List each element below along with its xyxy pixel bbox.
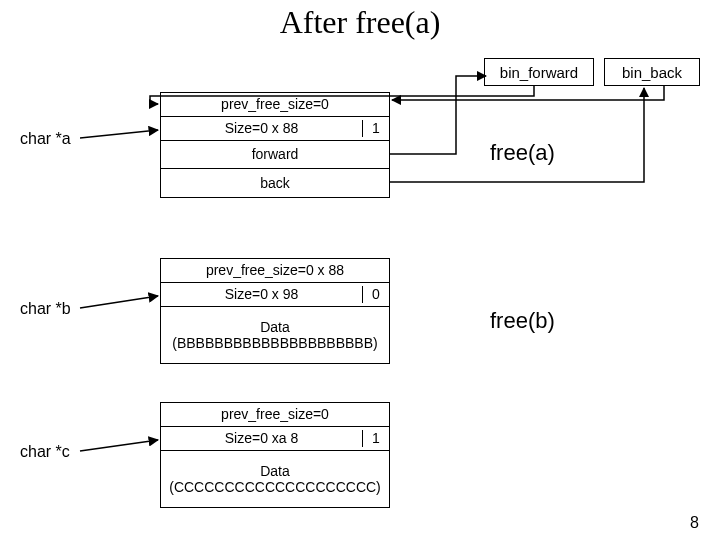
arrow-binback-to-a — [392, 86, 664, 100]
block-a-back: back — [161, 169, 389, 197]
label-char-c: char *c — [20, 443, 70, 461]
block-b: prev_free_size=0 x 88 Size=0 x 98 0 Data… — [160, 258, 390, 364]
page-title: After free(a) — [0, 4, 720, 41]
block-a-size: Size=0 x 88 — [161, 120, 363, 136]
block-a: prev_free_size=0 Size=0 x 88 1 forward b… — [160, 92, 390, 198]
bin-back-box: bin_back — [604, 58, 700, 86]
block-a-size-row: Size=0 x 88 1 — [161, 117, 389, 141]
arrow-ptr-b — [80, 296, 158, 308]
bin-forward-box: bin_forward — [484, 58, 594, 86]
label-char-b: char *b — [20, 300, 71, 318]
block-b-prev: prev_free_size=0 x 88 — [161, 259, 389, 283]
block-c-flag: 1 — [363, 430, 389, 446]
block-c-size-row: Size=0 xa 8 1 — [161, 427, 389, 451]
arrow-ptr-a — [80, 130, 158, 138]
block-b-size-row: Size=0 x 98 0 — [161, 283, 389, 307]
arrow-ptr-c — [80, 440, 158, 451]
label-free-a: free(a) — [490, 140, 555, 166]
block-a-prev: prev_free_size=0 — [161, 93, 389, 117]
block-c-prev: prev_free_size=0 — [161, 403, 389, 427]
arrow-aback-to-binback — [390, 88, 644, 182]
block-b-flag: 0 — [363, 286, 389, 302]
label-free-b: free(b) — [490, 308, 555, 334]
block-c: prev_free_size=0 Size=0 xa 8 1 Data (CCC… — [160, 402, 390, 508]
arrow-afwd-to-binfwd — [390, 76, 486, 154]
block-a-flag: 1 — [363, 120, 389, 136]
block-c-size: Size=0 xa 8 — [161, 430, 363, 446]
block-c-data: Data (CCCCCCCCCCCCCCCCCCCC) — [161, 451, 389, 507]
block-b-size: Size=0 x 98 — [161, 286, 363, 302]
block-b-data: Data (BBBBBBBBBBBBBBBBBBBBB) — [161, 307, 389, 363]
page-number: 8 — [690, 514, 699, 532]
block-a-forward: forward — [161, 141, 389, 169]
label-char-a: char *a — [20, 130, 71, 148]
